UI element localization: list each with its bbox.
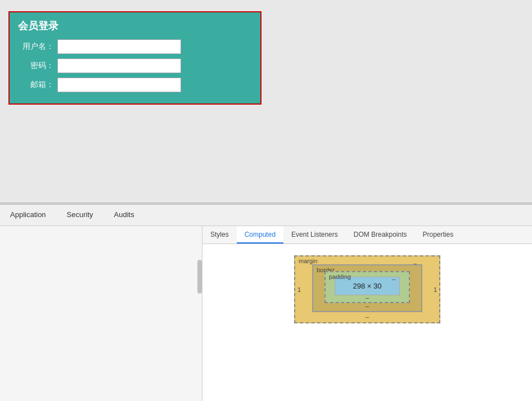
margin-left-value: 1 — [297, 286, 301, 293]
margin-right-value: 1 — [434, 286, 437, 293]
login-title: 会员登录 — [18, 19, 252, 33]
username-row: 用户名： — [18, 39, 252, 54]
email-row: 邮箱： — [18, 78, 252, 92]
border-bottom-value: – — [366, 303, 369, 309]
tab-computed[interactable]: Computed — [237, 226, 283, 244]
email-input[interactable] — [57, 78, 181, 92]
border-box: border – – padding – – 298 × 30 — [312, 264, 422, 312]
email-label: 邮箱： — [18, 80, 57, 90]
devtools-content: Styles Computed Event Listeners DOM Brea… — [0, 226, 532, 401]
username-label: 用户名： — [18, 42, 57, 52]
password-input[interactable] — [57, 58, 181, 73]
devtools-top-tabs: Application Security Audits — [0, 205, 532, 226]
padding-box: padding – – 298 × 30 — [324, 271, 410, 303]
padding-bottom-value: – — [366, 294, 369, 301]
tab-security[interactable]: Security — [57, 205, 104, 226]
login-widget: 会员登录 用户名： 密码： 邮箱： — [8, 11, 262, 105]
tab-properties[interactable]: Properties — [414, 226, 461, 244]
padding-label: padding — [329, 273, 351, 280]
preview-area: 会员登录 用户名： 密码： 邮箱： — [0, 0, 532, 202]
password-row: 密码： — [18, 58, 252, 73]
devtools-panel: Application Security Audits Styles Compu… — [0, 205, 532, 401]
tab-application[interactable]: Application — [0, 205, 57, 226]
sidebar-scrollbar[interactable] — [197, 260, 202, 294]
content-size: 298 × 30 — [353, 282, 382, 290]
tab-audits[interactable]: Audits — [104, 205, 145, 226]
tab-event-listeners[interactable]: Event Listeners — [283, 226, 346, 244]
username-input[interactable] — [57, 39, 181, 54]
margin-label: margin — [299, 258, 318, 264]
box-model-diagram: margin – 1 1 – border – – padding – — [294, 255, 440, 323]
padding-top-value: – — [392, 276, 395, 282]
devtools-right: Styles Computed Event Listeners DOM Brea… — [202, 226, 532, 401]
password-label: 密码： — [18, 61, 57, 71]
tab-styles[interactable]: Styles — [202, 226, 237, 244]
sub-tabs: Styles Computed Event Listeners DOM Brea… — [202, 226, 532, 244]
tab-dom-breakpoints[interactable]: DOM Breakpoints — [346, 226, 415, 244]
devtools-sidebar — [0, 226, 202, 401]
margin-bottom-value: – — [366, 313, 369, 320]
computed-content: margin – 1 1 – border – – padding – — [202, 244, 532, 401]
